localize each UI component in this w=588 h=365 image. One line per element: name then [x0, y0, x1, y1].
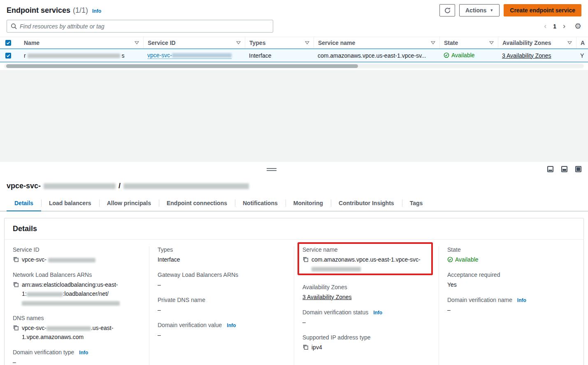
search-icon	[11, 23, 17, 29]
tab-details[interactable]: Details	[7, 195, 41, 211]
refresh-button[interactable]	[439, 4, 455, 16]
page-title: Endpoint services	[7, 6, 70, 15]
column-header-state[interactable]: State	[439, 37, 498, 48]
status-badge: Available	[447, 255, 479, 264]
next-page-icon[interactable]: ›	[563, 22, 565, 30]
field-dns-names: DNS names vpce-svc-.us-east- 1.vpce.amaz…	[13, 315, 141, 342]
filter-icon[interactable]	[305, 40, 309, 45]
service-id-link[interactable]: vpce-svc-	[147, 52, 232, 59]
refresh-icon	[444, 7, 451, 14]
previous-page-icon[interactable]: ‹	[544, 22, 546, 30]
actions-button[interactable]: Actions ▼	[459, 4, 500, 16]
availability-zones-link[interactable]: 3 Availability Zones	[302, 292, 352, 302]
redacted-text	[311, 267, 361, 271]
filter-icon[interactable]	[489, 40, 494, 45]
endpoint-services-list-panel: Endpoint services (1/1) Info Actions ▼ C…	[0, 0, 588, 162]
details-column-1: Service ID vpce-svc- Network Load Balanc…	[5, 246, 149, 365]
row-select-cell	[0, 52, 20, 59]
details-column-2: Types Interface Gateway Load Balancers A…	[149, 246, 294, 365]
redacted-text	[123, 183, 249, 189]
info-link[interactable]: Info	[373, 310, 382, 316]
redacted-text	[48, 258, 95, 262]
cell-name: r s	[20, 52, 143, 59]
tab-contributor-insights[interactable]: Contributor Insights	[331, 195, 402, 211]
horizontal-scrollbar-thumb[interactable]	[6, 64, 358, 68]
tab-monitoring[interactable]: Monitoring	[286, 195, 331, 211]
details-column-3: Service name com.amazonaws.vpce.us-east-…	[294, 246, 439, 365]
field-availability-zones: Availability Zones 3 Availability Zones	[302, 284, 430, 302]
table-toolbar: ‹ 1 › ⚙	[0, 18, 588, 37]
column-header-acceptance-truncated[interactable]: A	[576, 37, 588, 48]
table-header-row: Name Service ID Types Service name State	[0, 37, 588, 49]
cell-service-name: com.amazonaws.vpce.us-east-1.vpce-sv...	[314, 52, 439, 59]
availability-zones-link[interactable]: 3 Availability Zones	[502, 52, 551, 59]
details-card: Details Service ID vpce-svc-	[4, 218, 584, 365]
field-domain-verification-name: Domain verification name Info –	[447, 297, 575, 314]
tab-endpoint-connections[interactable]: Endpoint connections	[159, 195, 235, 211]
panel-split-layout-icon[interactable]	[561, 166, 567, 172]
redacted-text	[172, 53, 232, 58]
tab-notifications[interactable]: Notifications	[235, 195, 286, 211]
copy-icon[interactable]	[302, 256, 309, 262]
pagination: ‹ 1 ›	[544, 22, 565, 30]
endpoint-services-table: Name Service ID Types Service name State	[0, 37, 588, 62]
info-link[interactable]: Info	[517, 297, 526, 303]
create-button-label: Create endpoint service	[510, 7, 575, 14]
copy-icon[interactable]	[13, 325, 19, 331]
cell-state: Available	[439, 52, 498, 59]
copy-icon[interactable]	[302, 344, 309, 350]
panel-side-layout-icon[interactable]	[575, 166, 581, 172]
info-link[interactable]: Info	[227, 323, 236, 328]
field-state: State Available	[447, 246, 575, 264]
column-header-service-name[interactable]: Service name	[314, 37, 439, 48]
info-link[interactable]: Info	[79, 350, 88, 356]
redacted-text	[46, 326, 91, 331]
column-header-availability-zones[interactable]: Availability Zones	[498, 37, 576, 48]
cell-service-id: vpce-svc-	[143, 52, 245, 59]
cell-availability-zones: 3 Availability Zones	[498, 52, 576, 59]
table-row[interactable]: r s vpce-svc- Interface com.amazonaws.vp…	[0, 49, 588, 62]
redacted-text	[22, 301, 120, 306]
endpoint-service-detail-panel: vpce-svc- / Details Load balancers Allow…	[0, 178, 588, 365]
horizontal-scrollbar	[4, 63, 584, 68]
column-header-types[interactable]: Types	[245, 37, 314, 48]
copy-icon[interactable]	[13, 256, 19, 262]
panel-layout-controls	[547, 166, 581, 172]
tab-load-balancers[interactable]: Load balancers	[41, 195, 99, 211]
settings-gear-icon[interactable]: ⚙	[574, 22, 581, 30]
copy-icon[interactable]	[13, 281, 19, 288]
field-service-name: Service name com.amazonaws.vpce.us-east-…	[302, 246, 430, 273]
tab-allow-principals[interactable]: Allow principals	[99, 195, 159, 211]
select-all-checkbox[interactable]	[5, 40, 11, 46]
page-header: Endpoint services (1/1) Info Actions ▼ C…	[0, 0, 588, 18]
row-checkbox[interactable]	[5, 53, 11, 58]
filter-icon[interactable]	[431, 40, 435, 45]
filter-icon[interactable]	[135, 40, 139, 45]
tab-tags[interactable]: Tags	[402, 195, 431, 211]
redacted-text	[28, 54, 120, 58]
filter-icon[interactable]	[236, 40, 241, 45]
column-header-service-id[interactable]: Service ID	[143, 37, 245, 48]
panel-bottom-layout-icon[interactable]	[547, 166, 553, 172]
select-all-cell	[0, 37, 20, 48]
detail-panel-title: vpce-svc- /	[7, 182, 581, 190]
actions-button-label: Actions	[465, 7, 486, 14]
details-card-title: Details	[5, 218, 583, 240]
field-domain-verification-value: Domain verification value Info –	[158, 322, 286, 339]
detail-tabs: Details Load balancers Allow principals …	[0, 195, 588, 211]
filter-icon[interactable]	[567, 40, 572, 45]
caret-down-icon: ▼	[490, 9, 493, 12]
split-panel-drag-handle[interactable]	[267, 168, 277, 172]
redacted-text	[44, 183, 116, 189]
search-input[interactable]	[20, 23, 269, 30]
column-header-name[interactable]: Name	[20, 37, 143, 48]
field-glb-arns: Gateway Load Balancers ARNs –	[158, 271, 286, 289]
field-types: Types Interface	[158, 246, 286, 264]
field-domain-verification-type: Domain verification type Info –	[13, 349, 141, 365]
current-page-number: 1	[553, 23, 556, 30]
status-badge: Available	[444, 52, 475, 58]
empty-area	[0, 70, 588, 162]
create-endpoint-service-button[interactable]: Create endpoint service	[504, 4, 581, 16]
header-info-link[interactable]: Info	[92, 8, 101, 14]
field-nlb-arns: Network Load Balancers ARNs arn:aws:elas…	[13, 271, 141, 307]
